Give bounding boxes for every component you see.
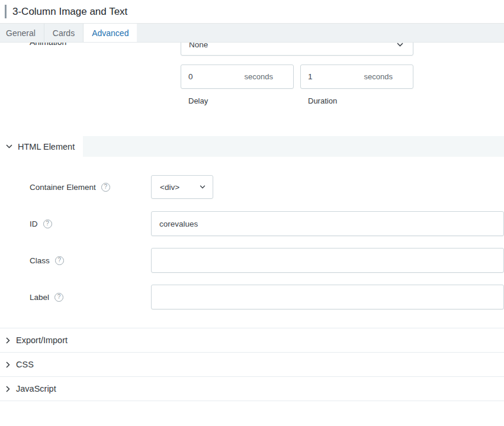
delay-label: Delay: [181, 96, 300, 105]
duration-suffix: seconds: [364, 72, 393, 81]
chevron-down-icon: [200, 185, 206, 189]
title-bar: 3-Column Image and Text: [0, 0, 504, 24]
tab-cards[interactable]: Cards: [44, 24, 84, 42]
chevron-right-icon: [6, 386, 10, 392]
id-label: ID: [30, 220, 38, 228]
section-title: CSS: [16, 360, 34, 369]
section-title: Export/Import: [16, 335, 68, 345]
delay-value: 0: [188, 72, 193, 81]
section-toggle-html-element[interactable]: HTML Element: [0, 136, 504, 157]
help-icon[interactable]: ?: [101, 183, 110, 192]
duration-label: Duration: [300, 96, 420, 105]
settings-content: Animation None 0 seconds 1 seconds Delay…: [0, 43, 504, 426]
help-icon[interactable]: ?: [54, 293, 63, 302]
container-element-select[interactable]: <div>: [151, 175, 213, 199]
delay-suffix: seconds: [245, 72, 273, 81]
id-row: ID ?: [0, 211, 504, 236]
duration-input[interactable]: 1 seconds: [300, 64, 413, 89]
tab-advanced[interactable]: Advanced: [84, 24, 137, 42]
section-toggle-javascript[interactable]: JavaScript: [0, 376, 504, 401]
html-element-fields: Container Element ? <div> ID ?: [0, 157, 504, 328]
section-toggle-export-import[interactable]: Export/Import: [0, 328, 504, 352]
container-element-value: <div>: [160, 183, 179, 192]
duration-value: 1: [308, 72, 313, 81]
class-row: Class ?: [0, 248, 504, 273]
section-title: HTML Element: [18, 142, 75, 151]
animation-timing-row: 0 seconds 1 seconds: [181, 64, 504, 89]
container-element-row: Container Element ? <div>: [0, 175, 504, 199]
title-accent-bar: [5, 5, 7, 18]
chevron-right-icon: [6, 362, 10, 368]
section-toggle-css[interactable]: CSS: [0, 352, 504, 376]
container-element-label: Container Element: [30, 183, 96, 192]
page-title: 3-Column Image and Text: [12, 6, 127, 18]
chevron-down-icon: [397, 43, 403, 47]
element-settings-panel: 3-Column Image and Text General Cards Ad…: [0, 0, 504, 426]
animation-timing-labels: Delay Duration: [181, 96, 504, 105]
chevron-down-icon: [6, 144, 12, 149]
label-label: Label: [30, 293, 49, 302]
animation-label: Animation: [30, 43, 66, 47]
section-divider: [0, 401, 504, 401]
help-icon[interactable]: ?: [43, 220, 52, 228]
animation-select[interactable]: None: [181, 43, 413, 56]
tab-bar: General Cards Advanced: [0, 24, 504, 43]
class-input[interactable]: [151, 248, 504, 273]
label-row: Label ?: [0, 285, 504, 309]
help-icon[interactable]: ?: [55, 256, 64, 265]
label-input[interactable]: [151, 285, 504, 309]
id-input[interactable]: [151, 211, 504, 236]
class-label: Class: [30, 256, 50, 265]
chevron-right-icon: [6, 337, 10, 344]
animation-select-value: None: [189, 43, 208, 49]
section-title: JavaScript: [16, 384, 56, 393]
delay-input[interactable]: 0 seconds: [181, 64, 294, 89]
tab-general[interactable]: General: [0, 24, 44, 42]
